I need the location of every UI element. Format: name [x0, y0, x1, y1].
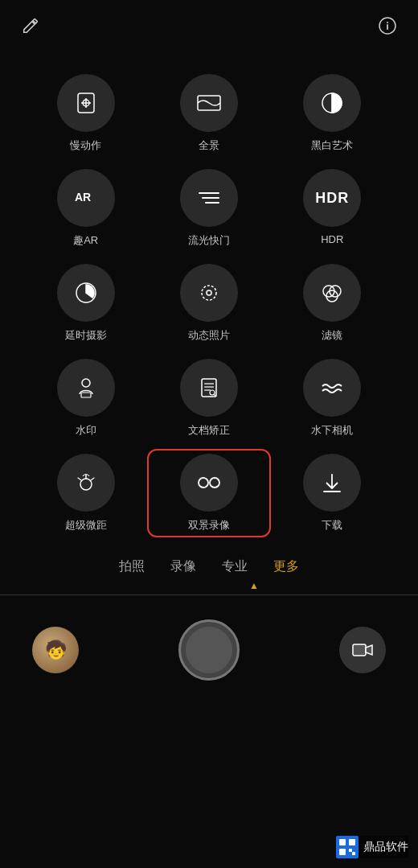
svg-rect-35 [349, 849, 352, 852]
watermark-badge: 鼎品软件 [336, 836, 408, 858]
mode-panorama[interactable]: 全景 [147, 69, 270, 158]
mode-ar[interactable]: AR 趣AR [24, 164, 147, 253]
mode-live-photo[interactable]: 动态照片 [147, 259, 270, 348]
video-button[interactable] [339, 627, 386, 673]
mode-grid: 慢动作 全景 黑白艺术 AR 趣AR [0, 53, 418, 545]
mode-hdr[interactable]: HDR HDR [271, 164, 394, 253]
mode-bw[interactable]: 黑白艺术 [271, 69, 394, 158]
tab-arrow: ▲ [249, 580, 259, 591]
mode-filter-label: 滤镜 [322, 328, 342, 343]
avatar[interactable]: 🧒 [32, 627, 79, 673]
mode-light-shutter[interactable]: 流光快门 [147, 164, 270, 253]
divider [0, 594, 418, 595]
mode-hdr-label: HDR [321, 233, 343, 245]
svg-rect-30 [353, 644, 366, 656]
mode-dual-view[interactable]: 双景录像 [147, 449, 270, 537]
mode-underwater-label: 水下相机 [311, 423, 353, 438]
mode-live-photo-label: 动态照片 [188, 328, 230, 343]
watermark-logo [336, 836, 359, 858]
mode-dual-view-label: 双景录像 [188, 518, 230, 533]
tab-indicator: ▲ [0, 580, 418, 591]
tab-bar: 拍照 录像 专业 更多 [0, 550, 418, 578]
mode-slow-motion-label: 慢动作 [70, 138, 101, 153]
bottom-controls: 🧒 [0, 603, 418, 697]
tab-photo[interactable]: 拍照 [119, 558, 145, 575]
watermark-text: 鼎品软件 [363, 840, 408, 854]
mode-ar-label: 趣AR [73, 233, 98, 248]
svg-point-18 [82, 379, 90, 387]
mode-download[interactable]: 下载 [271, 449, 394, 537]
info-icon[interactable] [376, 14, 399, 37]
mode-watermark-label: 水印 [76, 423, 96, 438]
svg-point-26 [80, 479, 92, 490]
mode-macro-label: 超级微距 [65, 518, 107, 533]
tab-more[interactable]: 更多 [273, 558, 299, 575]
mode-filter[interactable]: 滤镜 [271, 259, 394, 348]
svg-point-14 [207, 290, 211, 295]
mode-watermark[interactable]: 水印 [24, 354, 147, 442]
tab-video[interactable]: 录像 [170, 558, 196, 575]
edit-icon[interactable] [19, 14, 42, 37]
svg-rect-33 [349, 839, 355, 845]
mode-bw-label: 黑白艺术 [311, 138, 353, 153]
mode-macro[interactable]: 超级微距 [24, 449, 147, 537]
svg-rect-19 [81, 393, 91, 397]
shutter-button[interactable] [178, 619, 240, 681]
svg-point-13 [202, 286, 216, 300]
tab-pro[interactable]: 专业 [222, 558, 248, 575]
mode-download-label: 下载 [322, 518, 342, 533]
mode-underwater[interactable]: 水下相机 [271, 354, 394, 442]
mode-doc-correct-label: 文档矫正 [188, 423, 230, 438]
svg-point-28 [210, 478, 219, 487]
mode-slow-motion[interactable]: 慢动作 [24, 69, 147, 158]
mode-timelapse[interactable]: 延时摄影 [24, 259, 147, 348]
svg-rect-34 [339, 849, 346, 855]
top-bar [0, 0, 418, 45]
mode-panorama-label: 全景 [199, 138, 219, 153]
mode-timelapse-label: 延时摄影 [65, 328, 107, 343]
mode-light-shutter-label: 流光快门 [188, 233, 230, 248]
mode-doc-correct[interactable]: 文档矫正 [147, 354, 270, 442]
svg-rect-32 [339, 839, 346, 845]
svg-text:AR: AR [75, 191, 91, 204]
svg-rect-36 [352, 852, 355, 855]
svg-point-27 [199, 478, 208, 487]
